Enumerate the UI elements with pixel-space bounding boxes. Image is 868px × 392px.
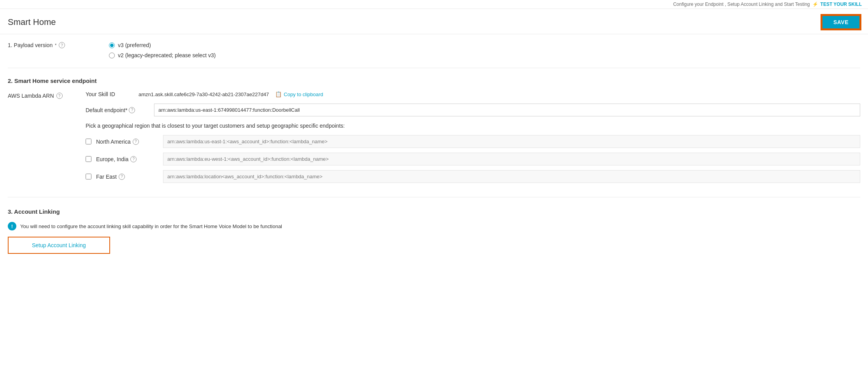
skill-id-value: amzn1.ask.skill.cafe6c29-7a30-4242-ab21-… [139,91,269,97]
endpoint-section: 2. Smart Home service endpoint AWS Lambd… [8,77,860,188]
main-header: Smart Home SAVE [0,9,868,34]
info-icon: ! [8,222,16,230]
lambda-arn-label: AWS Lambda ARN ? [8,93,70,99]
default-endpoint-input[interactable] [154,104,860,116]
radio-v3[interactable] [109,42,115,48]
north-america-text: North America [96,139,131,145]
far-east-checkbox[interactable] [86,174,91,179]
payload-radio-group: v3 (preferred) v2 (legacy-deprecated; pl… [109,42,216,58]
lightning-icon: ⚡ [812,2,818,7]
copy-icon: 📋 [275,91,282,97]
radio-v2[interactable] [109,53,115,58]
save-button[interactable]: SAVE [822,15,860,29]
north-america-label: North America ? [96,139,158,145]
breadcrumb-text: Configure your Endpoint , Setup Account … [673,2,810,7]
top-bar: Configure your Endpoint , Setup Account … [0,0,868,9]
default-endpoint-help-icon[interactable]: ? [129,107,135,113]
payload-version-row: 1. Payload version * ? v3 (preferred) v2… [8,42,860,58]
copy-label: Copy to clipboard [284,91,323,97]
endpoint-form: Your Skill ID amzn1.ask.skill.cafe6c29-7… [86,91,860,188]
divider-1 [8,68,860,68]
europe-india-text: Europe, India [96,156,128,162]
lambda-help-icon[interactable]: ? [56,93,63,99]
radio-v3-option[interactable]: v3 (preferred) [109,42,216,48]
payload-version-section: 1. Payload version * ? v3 (preferred) v2… [8,42,860,58]
lambda-arn-text: AWS Lambda ARN [8,93,54,99]
default-endpoint-row: Default endpoint* ? [86,104,860,116]
north-america-input[interactable] [163,135,860,148]
europe-india-checkbox[interactable] [86,156,91,162]
europe-india-help-icon[interactable]: ? [130,156,137,162]
far-east-label: Far East ? [96,174,158,180]
payload-version-label: 1. Payload version * ? [8,42,86,48]
skill-id-label: Your Skill ID [86,91,132,97]
setup-account-linking-button[interactable]: Setup Account Linking [8,237,110,254]
copy-to-clipboard-button[interactable]: 📋 Copy to clipboard [275,91,323,97]
endpoint-row: AWS Lambda ARN ? Your Skill ID amzn1.ask… [8,91,860,188]
page-title: Smart Home [8,17,56,27]
north-america-help-icon[interactable]: ? [133,139,139,145]
skill-id-row: Your Skill ID amzn1.ask.skill.cafe6c29-7… [86,91,860,97]
far-east-row: Far East ? [86,170,860,183]
north-america-row: North America ? [86,135,860,148]
default-endpoint-text: Default endpoint* [86,107,127,113]
account-linking-info-text: You will need to configure the account l… [20,223,282,229]
account-linking-title: 3. Account Linking [8,208,860,215]
far-east-text: Far East [96,174,117,180]
required-marker: * [55,43,56,47]
payload-help-icon[interactable]: ? [59,42,65,48]
far-east-help-icon[interactable]: ? [119,174,125,180]
default-endpoint-label: Default endpoint* ? [86,107,148,113]
radio-v3-label: v3 (preferred) [118,42,151,48]
divider-2 [8,197,860,197]
north-america-checkbox[interactable] [86,139,91,144]
radio-v2-label: v2 (legacy-deprecated; please select v3) [118,52,216,58]
europe-india-input[interactable] [163,153,860,165]
endpoint-section-title: 2. Smart Home service endpoint [8,77,860,84]
account-linking-section: 3. Account Linking ! You will need to co… [8,207,860,254]
far-east-input[interactable] [163,170,860,183]
europe-india-label: Europe, India ? [96,156,158,162]
geo-description: Pick a geographical region that is close… [86,123,860,129]
test-skill-link[interactable]: TEST YOUR SKILL [821,2,862,7]
radio-v2-option[interactable]: v2 (legacy-deprecated; please select v3) [109,52,216,58]
content-area: 1. Payload version * ? v3 (preferred) v2… [0,34,868,262]
account-linking-info: ! You will need to configure the account… [8,222,860,230]
payload-version-text: 1. Payload version [8,42,53,48]
europe-india-row: Europe, India ? [86,153,860,165]
